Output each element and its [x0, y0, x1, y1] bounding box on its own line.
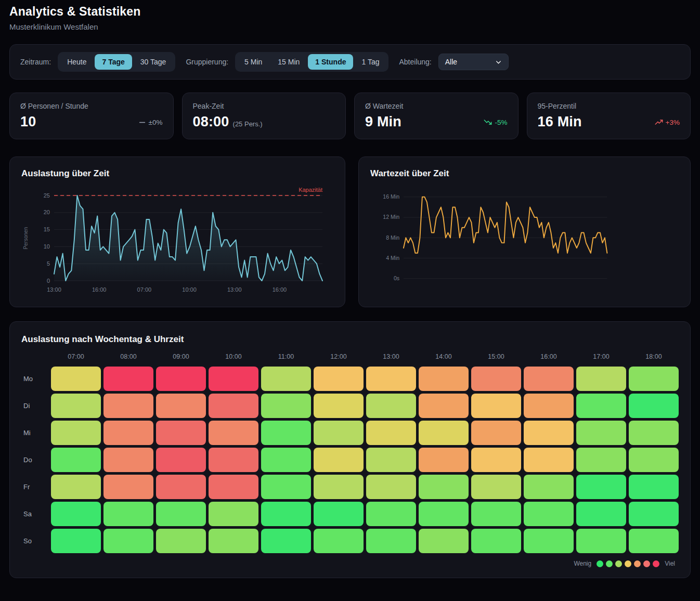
heatmap-col-header: 17:00	[576, 353, 626, 364]
legend-dot	[653, 560, 659, 567]
svg-text:5: 5	[47, 260, 50, 267]
svg-text:16:00: 16:00	[92, 286, 107, 293]
heatmap-cell	[209, 502, 258, 526]
heatmap-cell	[576, 475, 626, 499]
heatmap-cell	[576, 502, 626, 526]
heatmap-cell	[419, 367, 469, 391]
heatmap-cell	[524, 502, 574, 526]
usage-chart-card: Auslastung über Zeit 051015202513:0016:0…	[9, 156, 345, 307]
heatmap-cell	[314, 367, 364, 391]
heatmap-card: Auslastung nach Wochentag & Uhrzeit 07:0…	[9, 321, 691, 578]
legend-dot	[597, 560, 603, 567]
heatmap-cell	[51, 448, 101, 472]
svg-text:16 Min: 16 Min	[383, 193, 399, 200]
heatmap-cell	[471, 367, 521, 391]
heatmap-cell	[103, 367, 153, 391]
segment-option-heute[interactable]: Heute	[60, 54, 94, 70]
heatmap-cell	[209, 529, 258, 553]
heatmap-cell	[51, 394, 101, 418]
legend-dot	[606, 560, 613, 567]
heatmap-col-header: 09:00	[156, 353, 206, 364]
heatmap-cell	[471, 448, 521, 472]
kpi-card: Ø Personen / Stunde10±0%	[9, 93, 174, 139]
segment-option-30-tage[interactable]: 30 Tage	[133, 54, 174, 70]
heatmap-row-label: So	[21, 537, 48, 545]
legend-dot	[643, 560, 650, 567]
heatmap-cell	[576, 448, 626, 472]
abteilung-select[interactable]: Alle	[438, 54, 509, 70]
heatmap-cell	[576, 367, 626, 391]
usage-chart-title: Auslastung über Zeit	[21, 168, 333, 179]
svg-text:12 Min: 12 Min	[383, 214, 399, 220]
heatmap-cell	[261, 421, 311, 445]
heatmap-cell	[51, 475, 101, 499]
heatmap-col-header: 10:00	[209, 353, 258, 364]
charts-row: Auslastung über Zeit 051015202513:0016:0…	[9, 156, 691, 307]
gruppierung-label: Gruppierung:	[186, 58, 228, 66]
heatmap-col-header: 18:00	[629, 353, 679, 364]
svg-text:13:00: 13:00	[227, 286, 242, 293]
trending-down-icon	[484, 118, 492, 126]
segment-option-7-tage[interactable]: 7 Tage	[95, 54, 132, 70]
heatmap-cell	[471, 475, 521, 499]
heatmap-col-header: 14:00	[419, 353, 469, 364]
segment-option-1-tag[interactable]: 1 Tag	[354, 54, 386, 70]
kpi-value: 16 Min	[538, 114, 582, 130]
kpi-value: 9 Min	[365, 114, 401, 130]
legend-dot	[634, 560, 641, 567]
heatmap-cell	[261, 448, 311, 472]
svg-text:15: 15	[44, 226, 50, 232]
segment-option-15-min[interactable]: 15 Min	[270, 54, 307, 70]
heatmap-cell	[103, 394, 153, 418]
heatmap-cell	[51, 502, 101, 526]
svg-text:Personen: Personen	[23, 227, 29, 250]
svg-text:8 Min: 8 Min	[386, 234, 399, 241]
heatmap-cell	[629, 394, 679, 418]
kpi-card: Peak-Zeit08:00(25 Pers.)	[182, 93, 346, 139]
segment-option-1-stunde[interactable]: 1 Stunde	[308, 54, 353, 70]
heatmap-cell	[471, 394, 521, 418]
kpi-row: Ø Personen / Stunde10±0%Peak-Zeit08:00(2…	[9, 93, 691, 139]
filter-bar: Zeitraum: Heute7 Tage30 Tage Gruppierung…	[9, 44, 691, 80]
svg-text:4 Min: 4 Min	[386, 255, 399, 261]
heatmap-row-label: Fr	[21, 483, 48, 491]
abteilung-selected-value: Alle	[445, 58, 457, 66]
heatmap-cell	[524, 475, 574, 499]
zeitraum-label: Zeitraum:	[20, 58, 51, 66]
heatmap-grid: 07:0008:0009:0010:0011:0012:0013:0014:00…	[21, 353, 679, 553]
svg-text:0: 0	[47, 278, 50, 284]
heatmap-cell	[524, 529, 574, 553]
heatmap-cell	[419, 502, 469, 526]
heatmap-cell	[51, 529, 101, 553]
heatmap-row-label: Sa	[21, 510, 48, 518]
heatmap-cell	[103, 421, 153, 445]
zeitraum-segment: Heute7 Tage30 Tage	[58, 52, 175, 72]
minus-icon	[138, 119, 146, 126]
svg-text:13:00: 13:00	[47, 286, 61, 293]
svg-text:16:00: 16:00	[273, 286, 287, 293]
heatmap-col-header: 12:00	[314, 353, 364, 364]
heatmap-cell	[156, 529, 206, 553]
gruppierung-segment: 5 Min15 Min1 Stunde1 Tag	[235, 52, 388, 72]
kpi-trend: ±0%	[138, 119, 163, 126]
heatmap-cell	[524, 367, 574, 391]
page-header: Analytics & Statistiken Musterklinikum W…	[9, 0, 691, 31]
heatmap-cell	[524, 421, 574, 445]
segment-option-5-min[interactable]: 5 Min	[237, 54, 269, 70]
heatmap-cell	[314, 529, 364, 553]
heatmap-cell	[419, 394, 469, 418]
page-subtitle: Musterklinikum Westfalen	[9, 22, 691, 31]
kpi-label: Ø Wartezeit	[365, 102, 508, 110]
heatmap-cell	[314, 475, 364, 499]
heatmap-cell	[629, 502, 679, 526]
kpi-card: 95-Perzentil16 Min+3%	[527, 93, 691, 139]
heatmap-cell	[261, 394, 311, 418]
heatmap-row-label: Mi	[21, 429, 48, 437]
heatmap-cell	[419, 529, 469, 553]
heatmap-cell	[156, 367, 206, 391]
heatmap-cell	[576, 421, 626, 445]
heatmap-cell	[103, 475, 153, 499]
heatmap-cell	[419, 421, 469, 445]
heatmap-col-header: 07:00	[51, 353, 101, 364]
heatmap-cell	[366, 421, 416, 445]
